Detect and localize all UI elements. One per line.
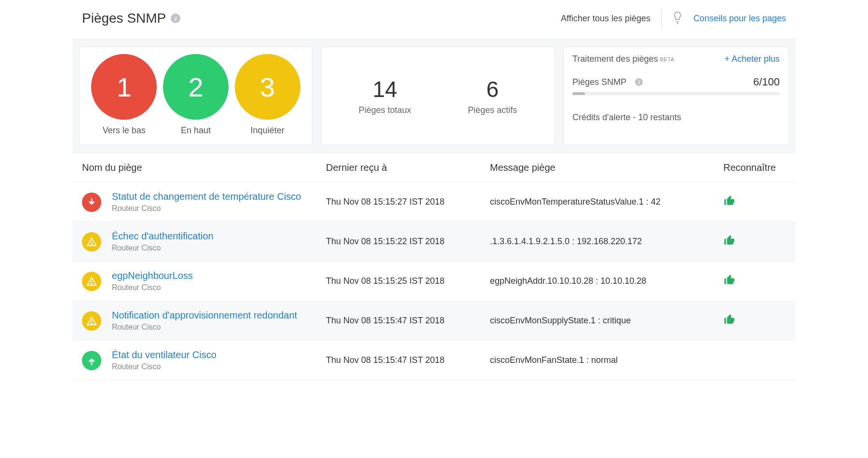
quota-metric-label: Pièges SNMP xyxy=(572,77,626,87)
table-row[interactable]: Statut de changement de température Cisc… xyxy=(72,182,796,222)
active-traps-value: 6 xyxy=(468,76,517,102)
status-warn-label: Inquiéter xyxy=(235,125,300,136)
warning-icon xyxy=(82,232,101,251)
totals-card: 14 Pièges totaux 6 Pièges actifs xyxy=(321,47,555,145)
trap-message: ciscoEnvMonFanState.1 : normal xyxy=(490,355,723,365)
warning-icon xyxy=(82,311,101,331)
trap-device: Routeur Cisco xyxy=(112,204,326,213)
bulb-icon xyxy=(672,11,683,27)
thumbs-up-icon[interactable] xyxy=(723,278,736,288)
trap-name-link[interactable]: Notification d'approvisionnement redonda… xyxy=(112,310,326,321)
trap-ack[interactable] xyxy=(723,234,786,249)
trap-time: Thu Nov 08 15:15:27 IST 2018 xyxy=(326,197,490,207)
status-down-label: Vers le bas xyxy=(91,125,157,136)
trap-device: Routeur Cisco xyxy=(112,323,326,332)
page-tips-link[interactable]: Conseils pour les pages xyxy=(693,13,786,24)
trap-time: Thu Nov 08 15:15:22 IST 2018 xyxy=(326,236,490,247)
status-up-chip[interactable]: 2 En haut xyxy=(163,54,229,136)
alert-credits: Crédits d'alerte - 10 restants xyxy=(572,112,780,123)
col-trap-name[interactable]: Nom du piège xyxy=(82,162,326,173)
trap-ack[interactable] xyxy=(723,313,786,328)
trap-name-link[interactable]: Statut de changement de température Cisc… xyxy=(112,191,326,202)
total-traps-value: 14 xyxy=(359,76,411,102)
trap-time: Thu Nov 08 15:15:47 IST 2018 xyxy=(326,316,490,326)
quota-card: Traitement des pièges BETA + Acheter plu… xyxy=(563,47,789,145)
table-row[interactable]: egpNeighbourLossRouteur CiscoThu Nov 08 … xyxy=(72,262,796,301)
info-icon[interactable]: i xyxy=(171,14,180,23)
quota-progress xyxy=(572,92,780,95)
status-down-chip[interactable]: 1 Vers le bas xyxy=(91,54,157,136)
page-title: Pièges SNMP xyxy=(82,11,166,26)
show-all-traps-link[interactable]: Afficher tous les pièges xyxy=(561,14,651,24)
thumbs-up-icon[interactable] xyxy=(723,318,736,328)
status-down-count: 1 xyxy=(91,54,157,120)
trap-ack[interactable] xyxy=(723,194,786,209)
trap-message: egpNeighAddr.10.10.10.28 : 10.10.10.28 xyxy=(490,276,723,286)
info-icon[interactable]: i xyxy=(635,78,643,86)
total-traps-label: Pièges totaux xyxy=(359,105,411,115)
arrow-up-icon xyxy=(82,351,101,370)
arrow-down-icon xyxy=(82,193,101,212)
trap-name-link[interactable]: État du ventilateur Cisco xyxy=(112,349,326,361)
col-last-received[interactable]: Dernier reçu à xyxy=(326,162,490,173)
svg-point-6 xyxy=(91,323,92,324)
col-acknowledge[interactable]: Reconnaître xyxy=(723,162,786,173)
status-up-count: 2 xyxy=(163,54,229,120)
thumbs-up-icon[interactable] xyxy=(723,239,736,249)
status-up-label: En haut xyxy=(163,125,229,136)
trap-device: Routeur Cisco xyxy=(112,244,326,252)
trap-ack[interactable] xyxy=(723,274,786,289)
svg-point-4 xyxy=(91,283,92,284)
status-warn-chip[interactable]: 3 Inquiéter xyxy=(235,54,300,136)
trap-name-link[interactable]: egpNeighbourLoss xyxy=(112,270,326,281)
thumbs-up-icon[interactable] xyxy=(723,199,736,209)
active-traps-metric: 6 Pièges actifs xyxy=(468,76,517,115)
status-summary-card: 1 Vers le bas 2 En haut 3 Inquiéter xyxy=(79,47,312,145)
trap-message: ciscoEnvMonSupplyState.1 : critique xyxy=(490,316,723,326)
col-trap-message[interactable]: Message piège xyxy=(490,162,723,173)
trap-time: Thu Nov 08 15:15:25 IST 2018 xyxy=(326,276,490,286)
trap-message: .1.3.6.1.4.1.9.2.1.5.0 : 192.168.220.172 xyxy=(490,236,723,247)
beta-badge: BETA xyxy=(660,56,674,62)
buy-more-link[interactable]: + Acheter plus xyxy=(724,54,780,64)
active-traps-label: Pièges actifs xyxy=(468,105,517,115)
trap-time: Thu Nov 08 15:15:47 IST 2018 xyxy=(326,355,490,365)
quota-metric-value: 6/100 xyxy=(753,76,780,88)
table-row[interactable]: Notification d'approvisionnement redonda… xyxy=(72,301,796,341)
total-traps-metric: 14 Pièges totaux xyxy=(359,76,411,115)
status-warn-count: 3 xyxy=(235,54,300,120)
table-row[interactable]: État du ventilateur CiscoRouteur CiscoTh… xyxy=(72,341,796,380)
svg-point-2 xyxy=(91,244,92,245)
table-row[interactable]: Échec d'authentificationRouteur CiscoThu… xyxy=(72,222,796,262)
divider xyxy=(661,9,662,28)
trap-device: Routeur Cisco xyxy=(112,283,326,292)
warning-icon xyxy=(82,272,101,291)
trap-device: Routeur Cisco xyxy=(112,362,326,371)
trap-message: ciscoEnvMonTemperatureStatusValue.1 : 42 xyxy=(490,197,723,207)
quota-title: Traitement des pièges xyxy=(572,54,658,64)
trap-name-link[interactable]: Échec d'authentification xyxy=(112,231,326,242)
